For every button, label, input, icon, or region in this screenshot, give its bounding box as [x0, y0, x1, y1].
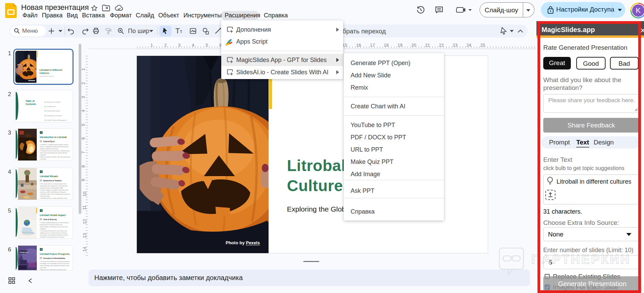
svg-text:language: language [19, 251, 29, 253]
